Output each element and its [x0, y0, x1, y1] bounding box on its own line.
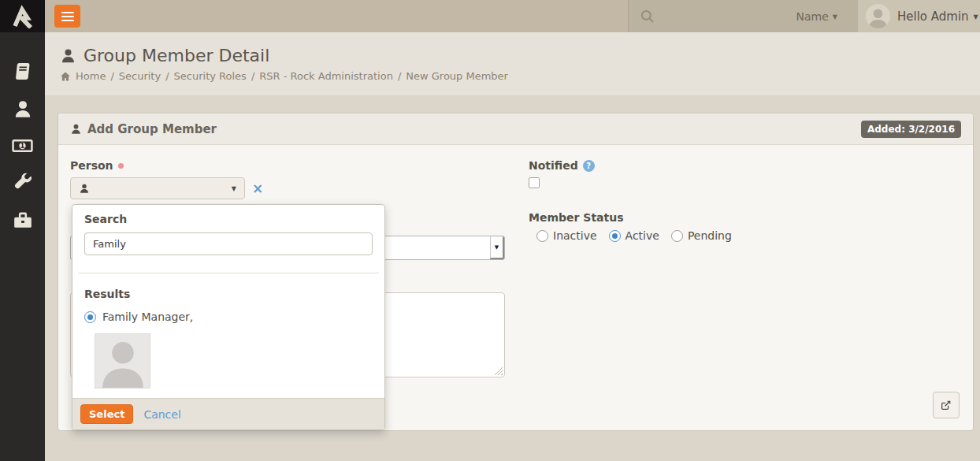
breadcrumb-new-group-member[interactable]: New Group Member	[406, 70, 508, 82]
main-content: Group Member Detail Home / Security / Se…	[45, 32, 980, 461]
radio-selected-icon	[609, 230, 621, 242]
breadcrumb-rsr-rock-administration[interactable]: RSR - Rock Administration	[259, 70, 393, 82]
chevron-down-icon: ▼	[974, 14, 978, 20]
sidebar-item-toolbox[interactable]	[12, 209, 33, 230]
money-icon: 1	[12, 135, 33, 156]
home-icon	[60, 71, 71, 82]
divider	[78, 273, 379, 273]
clear-person-icon[interactable]: ×	[252, 182, 263, 195]
external-link-icon	[940, 399, 952, 411]
panel-heading: Add Group Member Added: 3/2/2016	[58, 113, 973, 145]
member-status-pending-radio[interactable]: Pending	[671, 229, 732, 242]
breadcrumb-security-roles[interactable]: Security Roles	[174, 70, 247, 82]
rock-logo-icon	[11, 5, 35, 28]
radio-icon	[536, 230, 548, 242]
search-type-label: Name	[796, 10, 829, 23]
select-button[interactable]: Select	[80, 404, 133, 424]
person-result-avatar	[95, 333, 150, 389]
person-icon	[79, 183, 90, 194]
topbar: Name ▼ Hello Admin ▼	[45, 0, 980, 32]
add-group-member-panel: Add Group Member Added: 3/2/2016 Person	[58, 113, 974, 431]
select-dropdown-arrow-icon[interactable]: ▼	[490, 236, 504, 259]
rock-logo[interactable]	[0, 0, 45, 32]
help-icon[interactable]: ?	[583, 160, 595, 172]
search-type-dropdown[interactable]: Name ▼	[796, 10, 837, 23]
sidebar-item-finance[interactable]: 1	[12, 135, 33, 156]
required-indicator	[118, 163, 124, 169]
sidebar-item-people-book[interactable]	[12, 61, 33, 82]
user-greeting: Hello Admin	[897, 9, 969, 24]
person-icon	[13, 99, 33, 119]
person-picker-button[interactable]: ▼	[70, 177, 245, 199]
svg-text:1: 1	[20, 142, 25, 150]
radio-icon	[671, 230, 683, 242]
breadcrumb-home[interactable]: Home	[76, 70, 106, 82]
notified-field-label: Notified ?	[529, 159, 970, 172]
person-field-label: Person	[70, 159, 505, 172]
member-status-field-label: Member Status	[529, 211, 970, 224]
person-picker-dropdown: Search Results Family Manager,	[72, 204, 385, 430]
member-status-inactive-radio[interactable]: Inactive	[536, 229, 597, 242]
results-label: Results	[84, 288, 373, 300]
member-status-active-radio[interactable]: Active	[609, 229, 659, 242]
added-date-badge: Added: 3/2/2016	[861, 121, 961, 138]
avatar	[866, 4, 890, 28]
search-icon	[640, 9, 655, 24]
person-result-family-manager[interactable]: Family Manager,	[84, 310, 373, 323]
person-icon	[70, 123, 82, 135]
topbar-search[interactable]: Name ▼	[628, 0, 858, 32]
briefcase-icon	[13, 210, 33, 230]
person-icon	[60, 47, 76, 64]
sidebar: 1	[0, 0, 45, 461]
fullscreen-button[interactable]	[933, 392, 960, 418]
chevron-down-icon: ▼	[232, 186, 236, 192]
search-label: Search	[84, 213, 373, 225]
person-search-input[interactable]	[84, 232, 373, 255]
breadcrumb-security[interactable]: Security	[119, 70, 161, 82]
radio-selected-icon	[84, 311, 96, 323]
user-menu[interactable]: Hello Admin ▼	[858, 0, 980, 32]
cancel-link[interactable]: Cancel	[143, 408, 180, 421]
wrench-icon	[13, 173, 33, 193]
sidebar-item-person[interactable]	[12, 98, 33, 119]
chevron-down-icon: ▼	[833, 14, 837, 20]
picker-footer: Select Cancel	[72, 398, 384, 429]
page-title: Group Member Detail	[60, 46, 980, 65]
hamburger-menu-button[interactable]	[54, 5, 80, 28]
breadcrumb: Home / Security / Security Roles / RSR -…	[60, 70, 980, 82]
sidebar-item-admin-tools[interactable]	[12, 172, 33, 193]
panel-title: Add Group Member	[87, 122, 217, 136]
resize-grip[interactable]	[494, 366, 503, 375]
book-icon	[13, 61, 32, 81]
notified-checkbox[interactable]	[529, 177, 540, 188]
